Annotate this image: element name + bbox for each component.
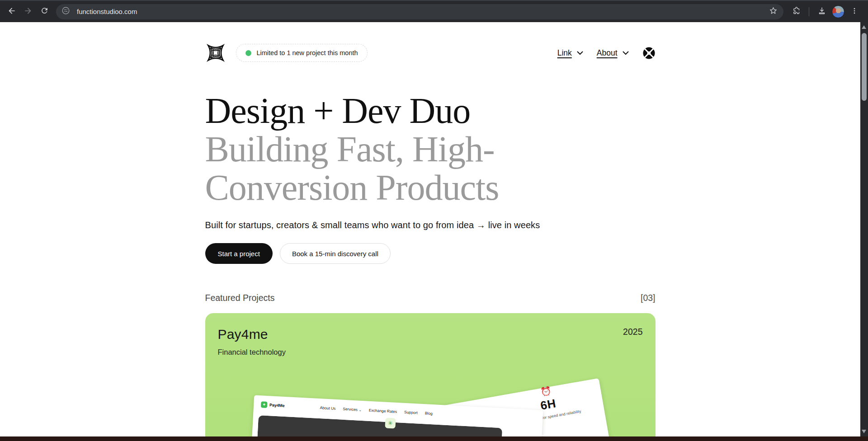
shutter-circle-icon[interactable] [642,47,656,60]
sparkle-icon: ✳ [385,418,396,429]
site-nav: Link About [557,47,656,60]
forward-icon [24,6,33,17]
badge-text: Limited to 1 new project this month [257,49,358,56]
mockup-nav-item: Exchange Rates [368,408,397,414]
forward-button[interactable] [20,4,36,20]
mockup-brand-name: Pay4Me [269,403,284,408]
back-icon [7,6,16,17]
site-controls-icon [61,6,70,17]
project-card-head: Pay4me Financial technology 2025 [218,327,643,357]
url-text[interactable]: functionstudioo.com [77,8,766,15]
extensions-button[interactable] [788,4,804,20]
availability-badge: Limited to 1 new project this month [236,44,368,62]
book-call-button[interactable]: Book a 15-min discovery call [280,243,391,264]
browser-toolbar: functionstudioo.com [0,0,868,22]
web-page: Limited to 1 new project this month Link… [0,22,860,436]
site-header: Limited to 1 new project this month Link… [205,42,656,64]
toolbar-separator [809,7,809,16]
chevron-down-icon [623,51,629,55]
chevron-down-icon [577,51,583,55]
featured-row: Featured Projects [03] [205,293,656,303]
back-button[interactable] [4,4,20,20]
reload-button[interactable] [36,4,52,20]
toolbar-right [788,4,864,20]
chevron-down-icon: ⌄ [359,408,361,412]
scroll-up-arrow-icon[interactable] [862,25,866,29]
function-studio-logo[interactable] [205,42,226,63]
project-category: Financial technology [218,348,286,357]
bookmark-star-icon [769,6,778,17]
nav-link-about[interactable]: About [597,48,629,58]
hero-subtitle: Built for startups, creators & small tea… [205,220,656,230]
mockup-brand: ❖ Pay4Me [260,402,284,409]
mockup-brand-icon: ❖ [260,402,267,408]
mockup-nav-item: Support [404,410,417,415]
project-card-pay4me[interactable]: Pay4me Financial technology 2025 🙂 100K+… [205,313,656,436]
reload-icon [40,6,49,17]
status-dot-icon [245,50,251,56]
mockup-nav: About Us Services⌄ Exchange Rates Suppor… [320,405,433,416]
page-scrollbar[interactable] [860,22,868,436]
hero-heading-black: Design + Dev Duo [205,92,621,130]
download-icon [817,6,826,17]
mockup-nav-item: Blog [425,411,433,416]
profile-avatar[interactable] [832,5,844,18]
extensions-icon [792,6,801,17]
screen: functionstudioo.com [0,0,868,441]
featured-index: [03] [641,293,656,303]
hero-heading-gray: Building Fast, High-Conversion Products [205,129,499,207]
mockup-nav-item: About Us [320,405,335,411]
mockup-nav-item: Services⌄ [343,407,362,412]
nav-link-label[interactable]: Link [557,48,572,58]
hero-heading: Design + Dev DuoBuilding Fast, High-Conv… [205,92,621,206]
downloads-button[interactable] [814,4,830,20]
featured-label: Featured Projects [205,293,275,303]
nav-link-link[interactable]: Link [557,48,583,58]
site-controls-button[interactable] [59,5,72,19]
menu-dots-icon [850,7,859,17]
nav-about-label[interactable]: About [597,48,618,58]
address-bar[interactable]: functionstudioo.com [56,4,783,19]
project-year: 2025 [623,327,642,357]
cta-row: Start a project Book a 15-min discovery … [205,243,656,264]
project-name: Pay4me [218,327,286,342]
chrome-menu-button[interactable] [846,4,863,20]
desktop-strip [0,436,868,441]
bookmark-button[interactable] [766,5,780,19]
scroll-down-arrow-icon[interactable] [862,430,866,433]
start-project-button[interactable]: Start a project [205,243,273,264]
scrollbar-thumb[interactable] [862,33,867,101]
